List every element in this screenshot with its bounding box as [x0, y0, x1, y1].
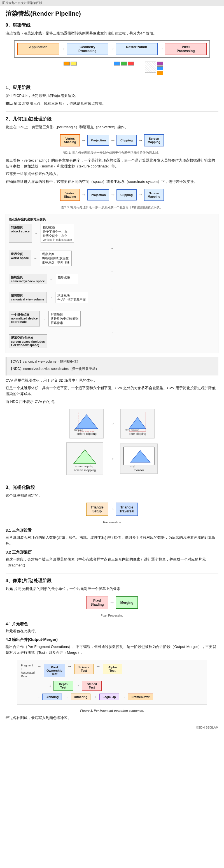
- section0-para1: 渲染管线（渲染流水线）是将三维场景模型转换到屏幕像素空间输出的过程，共分为4个阶…: [6, 31, 218, 36]
- section31-para: 三角形组装会对顶点的输入数据(比如，颜色、法线、纹理坐标)进行插值，得到各个片段…: [6, 535, 218, 547]
- geo-fig-caption: 图2.1: 将几何处理阶段进一步划分成若干包含若干功能性阶段的流水线。: [6, 150, 218, 155]
- screen-mapping-illustration: Screen mapping screen mapping → (x,y) mo…: [6, 442, 218, 475]
- section0-heading: 0、渲染管线: [6, 22, 218, 28]
- sm-before-svg: Screen mapping: [69, 445, 100, 468]
- section1-heading: 1、应用阶段: [6, 85, 218, 91]
- frag-arrow-input: →: [37, 664, 41, 669]
- svg-text:(x,y): (x,y): [130, 465, 135, 468]
- divider-4: [6, 573, 218, 574]
- section41-heading: 4.1 片元着色: [6, 622, 218, 627]
- frag-blending: Blending: [42, 693, 62, 700]
- section2-para3: 它需要一组顶点坐标来作为输入。: [6, 171, 218, 177]
- svg-text:Screen mapping: Screen mapping: [75, 465, 94, 468]
- main-pipeline-diagram: Application → GeometryProcessing → Raste…: [14, 40, 210, 58]
- pipeline-stage-rasterization: Rasterization: [116, 43, 158, 55]
- geo-stage-projection-2: Projection: [87, 189, 109, 200]
- arrow-3: →: [159, 43, 164, 55]
- clipping-illustration: Clipping before clipping → after clippin…: [6, 409, 218, 438]
- vf-arrow-down-2: ↓: [9, 268, 215, 273]
- vf-row-4: 裁剪空间canonical view volume → 求透视法合 API 指定…: [9, 292, 215, 303]
- frag-framebuffer: Framebuffer: [128, 693, 153, 700]
- clip-before-label: before clipping: [72, 432, 100, 435]
- pixel-arrow-1: →: [109, 600, 115, 606]
- pipeline-stage-application: Application: [18, 43, 59, 55]
- sm-label: screen mapping: [69, 468, 100, 472]
- color-box-red: [128, 62, 134, 65]
- vf-cell-viewport: 屏幕映射将最终的坐标映射到屏幕像素: [49, 311, 81, 327]
- section-2: 2、几何(顶点)处理阶段 发生在GPU上，负责逐三角形（per-triangle…: [6, 116, 218, 474]
- vf-cell-proj-transform: 投影变换: [56, 274, 78, 284]
- geo-arrow-2: →: [110, 137, 115, 143]
- clip-before: Clipping before clipping: [69, 409, 104, 438]
- vf-row-3: 摄机空间camera/eye/view space → 投影变换: [9, 274, 215, 284]
- cvv-para2: 它是一个规维形体积，具有一个近平面、一个远平面和六个侧平面。CVV 之外的对象将…: [6, 385, 218, 397]
- vf-cell-clip: 裁剪空间canonical view volume: [9, 292, 46, 303]
- geo-pipeline-diagram: VertexShading → Projection → Clipping → …: [6, 134, 218, 147]
- vf-cell-ndc: 一个设备坐标normalized devicecoordinate: [9, 311, 40, 327]
- sm-monitor-label: monitor: [122, 468, 156, 472]
- section31-heading: 3.1 三角形设置: [6, 528, 218, 533]
- geo-stage-vs-2: VertexShading: [60, 189, 80, 201]
- vf-cell-object: 对象空间object space: [9, 224, 32, 243]
- vf-arrow-down-5: ↓: [9, 329, 215, 334]
- vf-arrow-down-4: ↓: [9, 306, 215, 311]
- frag-arrow-3: →: [75, 683, 80, 688]
- frag-arrow-1: →: [67, 664, 72, 669]
- frag-fig-caption: Figure 1. Per-fragment operation sequenc…: [6, 708, 218, 713]
- frag-logic-op: Logic Op: [99, 693, 119, 700]
- raster-stage-traversal: TriangleTraversal: [116, 503, 138, 516]
- geo-fig2-caption: 图2.3: 将几何处理阶段一步一步划分成一个包含若干功能性阶段的流水线。: [6, 205, 218, 210]
- vf-cell-view-transform: 观察变换将相机(眼睛)放置在坐标原点，朝向-Z轴: [40, 251, 72, 266]
- frag-arrow-2: →: [96, 664, 100, 669]
- pixel-diagram: PixelShading → Merging: [6, 596, 218, 609]
- section1-para1: 发生在CPU上，决定哪些几何物体需要渲染。: [6, 93, 218, 99]
- frag-arrow-5: →: [93, 694, 97, 700]
- section-1: 1、应用阶段 发生在CPU上，决定哪些几何物体需要渲染。 输出 输出 渲染图元点…: [6, 85, 218, 107]
- bottom-watermark: ©SDH BSGLAM: [6, 726, 218, 729]
- clip-arrow: →: [109, 420, 115, 427]
- frag-row-2: ↓ DepthTest → StencilTest: [49, 681, 203, 691]
- geo-arrow-3: →: [138, 137, 143, 143]
- sm-arrow: →: [109, 455, 115, 462]
- main-content: 渲染管线(Render Pipeline) 0、渲染管线 渲染管线（渲染流水线）…: [0, 6, 224, 735]
- section1-para2: 输出 输出 渲染图元点、线和三角形），也就是几何顶点数据。: [6, 101, 218, 107]
- section2-para2: 顶点着色（vertex shading）的任务主要有两个，一个是计算顶点的位置，…: [6, 158, 218, 169]
- cvv-label2: 【NDC】normalized device coordinates（归一化设备…: [9, 366, 216, 372]
- svg-marker-3: [129, 417, 146, 429]
- vertex-flow-label: 顶点坐标空间变换对应变换: [9, 217, 215, 222]
- vf-arrow-down-3: ↓: [9, 286, 215, 291]
- section32-heading: 3.2 三角形遍历: [6, 550, 218, 555]
- pixel-stage-merging: Merging: [116, 596, 138, 609]
- sm-monitor-svg: (x,y): [122, 445, 156, 468]
- svg-text:Clipping: Clipping: [74, 429, 83, 432]
- color-box-orange: [64, 62, 70, 65]
- color-box-blue2: [157, 66, 163, 70]
- section3-para1: 这个阶段都是固定的。: [6, 493, 218, 499]
- frag-arrow-down-2: ↓: [38, 694, 40, 700]
- pipeline-stage-geometry: GeometryProcessing: [67, 43, 109, 55]
- svg-marker-6: [74, 450, 96, 464]
- frag-arrow-6: →: [121, 694, 126, 700]
- clip-before-svg: Clipping: [72, 412, 100, 432]
- pixel-stage-shading: PixelShading: [86, 596, 108, 609]
- section32-para: 在这一阶段，会对每个被三角形覆盖的像素（中心点或者样本点在三角形内部的像素）进行…: [6, 557, 218, 568]
- divider-2: [6, 112, 218, 112]
- geo-pipeline-diagram-2: VertexShading → Projection → Clipping → …: [6, 189, 218, 201]
- section42-final-note: 经过各种测试，最后写入到颜色缓冲区。: [6, 715, 218, 721]
- vf-cell-camera: 摄机空间camera/eye/view space: [9, 274, 47, 284]
- geo-arrow-5: →: [110, 192, 115, 198]
- frag-alpha-test: AlphaTest: [103, 664, 122, 674]
- raster-label: Rasterization: [6, 520, 218, 525]
- color-box-yellow: [70, 62, 77, 65]
- frag-pixel-ownership: PixelOwnershipTest: [44, 664, 65, 677]
- section2-para4: 在物体最终进入屏幕的过程中，它需要在不同的空间（space）或者坐标系（coor…: [6, 179, 218, 185]
- top-bar-text: 图片大都出自实时渲染第四版: [2, 1, 42, 4]
- grid-texture-box: [145, 62, 156, 73]
- geo-stage-clipping: Clipping: [117, 135, 137, 146]
- clip-after-label: after clipping: [124, 432, 152, 435]
- top-bar: 图片大都出自实时渲染第四版: [0, 0, 224, 6]
- page-title: 渲染管线(Render Pipeline): [6, 9, 218, 18]
- clip-after-svg: after clipping: [124, 412, 152, 432]
- sm-monitor: (x,y) monitor: [120, 443, 158, 474]
- cvv-note: 【CVV】canonical view volume（规则视框体） 【NDC】n…: [6, 357, 218, 375]
